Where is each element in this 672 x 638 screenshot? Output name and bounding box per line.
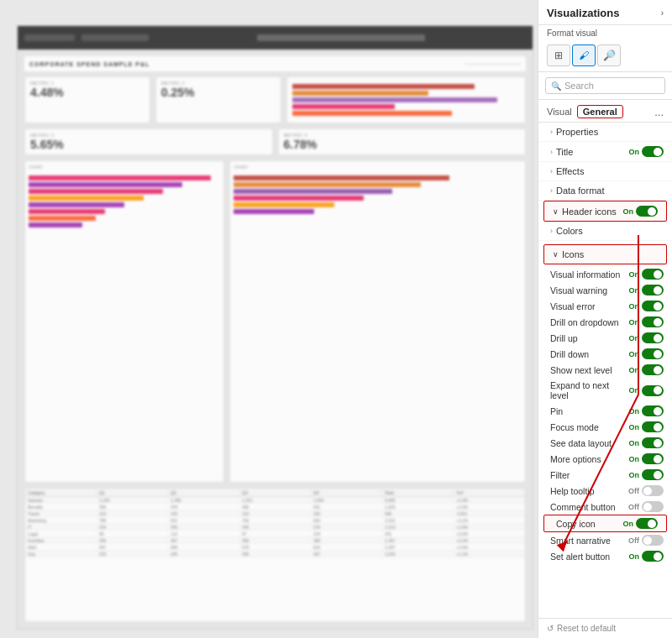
data-format-chevron-icon: › — [550, 186, 553, 195]
effects-label: Effects — [556, 166, 584, 176]
copy-icon-label: Copy icon — [556, 519, 596, 529]
kpi1-value: 4.48% — [30, 86, 144, 99]
toggle-visual-error[interactable]: Visual error On — [538, 298, 672, 314]
copy-icon-row[interactable]: Copy icon On — [543, 515, 667, 532]
effects-chevron-icon: › — [550, 167, 553, 175]
kpi2-value: 0.25% — [161, 86, 276, 99]
title-label: Title — [556, 147, 573, 157]
header-icons-chevron-icon: ∨ — [553, 207, 559, 216]
format-icons-row: ⊞ 🖌 🔎 — [538, 41, 672, 72]
toggle-set-alert-button[interactable]: Set alert button On — [538, 548, 672, 564]
toggle-drill-on-dropdown[interactable]: Drill on dropdown On — [538, 314, 672, 330]
toggle-pin[interactable]: Pin On — [538, 403, 672, 419]
visual-general-row: Visual General ... — [538, 100, 672, 123]
properties-chevron-icon: › — [550, 128, 553, 136]
toggle-drill-down[interactable]: Drill down On — [538, 346, 672, 362]
copy-icon-toggle[interactable] — [636, 518, 658, 529]
properties-label: Properties — [556, 127, 598, 137]
viz-panel-chevron-icon[interactable]: › — [661, 8, 664, 18]
toggle-see-data-layout[interactable]: See data layout On — [538, 435, 672, 451]
header-icons-toggle-text: On — [623, 207, 634, 216]
colors-chevron-icon: › — [550, 227, 553, 235]
analytics-icon: 🔎 — [603, 50, 616, 61]
toggle-comment-button[interactable]: Comment button Off — [538, 499, 672, 515]
title-toggle[interactable] — [642, 146, 664, 157]
toggle-show-next-level[interactable]: Show next level On — [538, 362, 672, 378]
format-paint-button[interactable]: 🖌 — [572, 44, 596, 66]
toggle-help-tooltip[interactable]: Help tooltip Off — [538, 483, 672, 499]
header-icons-label: Header icons — [562, 207, 617, 217]
icons-chevron-icon: ∨ — [553, 250, 559, 259]
section-properties[interactable]: › Properties — [538, 123, 672, 142]
search-icon: 🔍 — [551, 81, 561, 91]
grid-icon: ⊞ — [554, 50, 563, 61]
kpi4-value: 6.78% — [284, 138, 521, 151]
section-title[interactable]: › Title On — [538, 142, 672, 162]
reset-row[interactable]: ↺ Reset to default — [538, 618, 672, 638]
icons-section-header[interactable]: ∨ Icons — [543, 244, 667, 264]
icons-label: Icons — [562, 249, 584, 259]
title-toggle-text: On — [629, 148, 640, 156]
toggle-focus-mode[interactable]: Focus mode On — [538, 419, 672, 435]
dashboard-title: CORPORATE SPEND SAMPLE P&L — [29, 61, 150, 67]
data-format-label: Data format — [556, 186, 604, 196]
search-box[interactable]: 🔍 Search — [545, 77, 665, 94]
search-row: 🔍 Search — [538, 72, 672, 100]
paint-icon: 🖌 — [579, 50, 589, 61]
format-visual-label: Format visual — [538, 25, 672, 41]
visual-label[interactable]: Visual — [547, 107, 572, 117]
viz-panel: Visualizations › Format visual ⊞ 🖌 🔎 🔍 S… — [538, 0, 672, 638]
section-effects[interactable]: › Effects — [538, 162, 672, 181]
section-colors[interactable]: › Colors — [538, 222, 672, 241]
viz-panel-header: Visualizations › — [538, 0, 672, 25]
copy-icon-toggle-text: On — [623, 520, 634, 528]
toggle-visual-warning[interactable]: Visual warning On — [538, 282, 672, 298]
format-grid-button[interactable]: ⊞ — [547, 44, 570, 66]
general-badge[interactable]: General — [577, 105, 623, 118]
kpi3-value: 5.65% — [30, 138, 267, 151]
dashboard-area: CORPORATE SPEND SAMPLE P&L ─────────────… — [0, 0, 542, 638]
toggle-smart-narrative[interactable]: Smart narrative Off — [538, 532, 672, 548]
format-analytics-button[interactable]: 🔎 — [597, 44, 621, 66]
colors-label: Colors — [556, 226, 583, 236]
icons-toggle-list: Visual information On Visual warning On … — [538, 266, 672, 564]
reset-label[interactable]: Reset to default — [557, 624, 616, 633]
toggle-expand-to-next-level[interactable]: Expand to next level On — [538, 378, 672, 403]
toggle-filter[interactable]: Filter On — [538, 467, 672, 483]
section-header-icons[interactable]: ∨ Header icons On — [543, 201, 667, 222]
section-data-format[interactable]: › Data format — [538, 181, 672, 201]
toggle-drill-up[interactable]: Drill up On — [538, 330, 672, 346]
title-chevron-icon: › — [550, 148, 553, 156]
viz-panel-title: Visualizations — [547, 7, 619, 19]
toggle-visual-information[interactable]: Visual information On — [538, 266, 672, 282]
search-input[interactable]: Search — [564, 81, 659, 91]
ellipsis-button[interactable]: ... — [654, 106, 664, 118]
toggle-more-options[interactable]: More options On — [538, 451, 672, 467]
reset-icon: ↺ — [547, 624, 554, 633]
header-icons-toggle[interactable] — [636, 206, 658, 217]
